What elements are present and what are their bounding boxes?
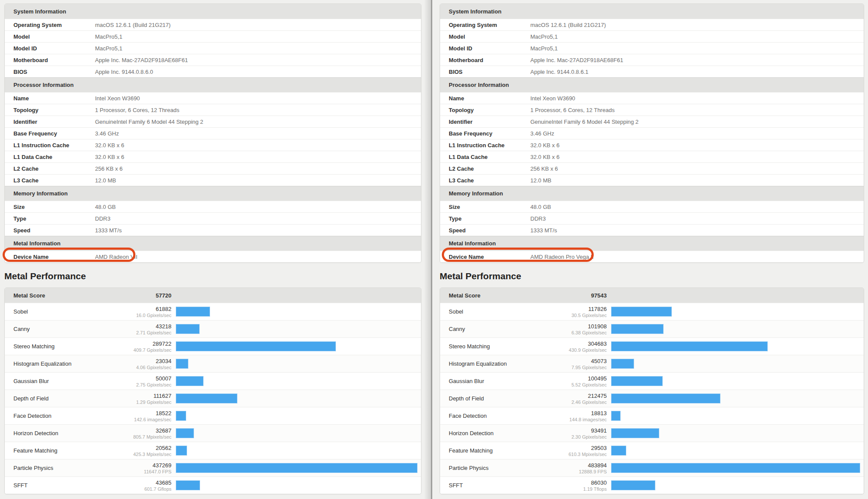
benchmark-rate: 2.46 Gpixels/sec — [440, 400, 607, 405]
info-row-value: 3.46 GHz — [530, 130, 554, 137]
benchmark-row: Gaussian Blur500072.75 Gpixels/sec — [5, 372, 421, 390]
benchmark-score-bar — [611, 324, 664, 334]
metal-score-value: 57720 — [5, 292, 171, 299]
info-row-value: GenuineIntel Family 6 Model 44 Stepping … — [530, 119, 638, 125]
metal-score-value: 97543 — [440, 292, 607, 299]
info-row-label: Size — [440, 204, 530, 210]
info-row-label: BIOS — [440, 69, 530, 75]
section-header: Metal Information — [440, 236, 864, 251]
section-header: Metal Information — [5, 236, 421, 251]
benchmark-row: Feature Matching29503610.3 Mpixels/sec — [440, 442, 864, 459]
benchmark-score: 437269 — [5, 462, 171, 469]
info-row-value: MacPro5,1 — [530, 33, 558, 40]
benchmark-score-bar — [611, 341, 768, 351]
benchmark-rate: 142.6 images/sec — [5, 417, 171, 422]
info-row: BIOSApple Inc. 9144.0.8.6.1 — [440, 66, 864, 77]
info-row-value: 256 KB x 6 — [95, 165, 123, 172]
metal-performance-title: Metal Performance — [4, 271, 86, 281]
benchmark-score: 117826 — [440, 306, 607, 312]
info-row-label: Speed — [5, 227, 95, 234]
benchmark-score: 93491 — [440, 427, 607, 434]
benchmark-result-panel-right: System InformationOperating SystemmacOS … — [432, 0, 868, 499]
info-row: L1 Data Cache32.0 KB x 6 — [440, 151, 864, 162]
benchmark-row: Depth of Field2124752.46 Gpixels/sec — [440, 390, 864, 407]
info-row: Model IDMacPro5,1 — [5, 42, 421, 54]
info-row: L3 Cache12.0 MB — [440, 174, 864, 186]
benchmark-row: Horizon Detection934912.30 Gpixels/sec — [440, 424, 864, 442]
benchmark-row: Sobel6188216.0 Gpixels/sec — [5, 303, 421, 320]
info-row-value: Intel Xeon W3690 — [95, 95, 140, 102]
benchmark-rate: 805.7 Mpixels/sec — [5, 434, 171, 440]
benchmark-row: Face Detection18522142.6 images/sec — [5, 407, 421, 424]
info-row: L2 Cache256 KB x 6 — [5, 162, 421, 174]
info-row-label: Device Name — [440, 254, 530, 260]
benchmark-score: 101908 — [440, 323, 607, 330]
info-row-label: L2 Cache — [5, 165, 95, 172]
benchmark-score-bar — [611, 393, 720, 403]
info-row-value: 1333 MT/s — [95, 227, 122, 234]
info-row-label: L3 Cache — [5, 177, 95, 184]
benchmark-rate: 1.19 Tflops — [440, 486, 607, 492]
info-row-label: Model ID — [440, 45, 530, 52]
info-row: L2 Cache256 KB x 6 — [440, 162, 864, 174]
info-row-label: Motherboard — [5, 57, 95, 63]
benchmark-score: 29503 — [440, 445, 607, 451]
info-row: Size48.0 GB — [440, 201, 864, 212]
info-row-value: 32.0 KB x 6 — [530, 142, 559, 149]
section-header: System Information — [5, 4, 421, 19]
info-row: Topology1 Processor, 6 Cores, 12 Threads — [5, 104, 421, 116]
benchmark-score: 20562 — [5, 445, 171, 451]
info-row-label: Operating System — [5, 22, 95, 28]
info-row: Model IDMacPro5,1 — [440, 42, 864, 54]
section-header: Processor Information — [5, 77, 421, 92]
benchmark-rate: 2.75 Gpixels/sec — [5, 382, 171, 387]
benchmark-score: 212475 — [440, 393, 607, 399]
info-row-value: AMD Radeon Pro Vega II — [530, 254, 594, 260]
benchmark-rate: 425.3 Mpixels/sec — [5, 452, 171, 457]
benchmark-score-bar — [611, 480, 655, 490]
info-row-label: Motherboard — [440, 57, 530, 63]
benchmark-rate: 6.38 Gpixels/sec — [440, 330, 607, 335]
benchmark-score-bar — [176, 446, 187, 456]
info-row: NameIntel Xeon W3690 — [440, 92, 864, 104]
info-row-label: L1 Data Cache — [440, 154, 530, 160]
info-row-label: Type — [440, 215, 530, 222]
info-row-value: 3.46 GHz — [95, 130, 119, 137]
benchmark-score-bar — [176, 341, 336, 351]
benchmark-score: 18813 — [440, 410, 607, 416]
info-row-label: Name — [5, 95, 95, 102]
benchmark-score-bar — [176, 324, 200, 334]
benchmark-rate: 5.52 Gpixels/sec — [440, 382, 607, 387]
benchmark-score: 304683 — [440, 340, 607, 347]
info-row-value: 1 Processor, 6 Cores, 12 Threads — [530, 107, 615, 113]
info-row: MotherboardApple Inc. Mac-27AD2F918AE68F… — [440, 54, 864, 66]
info-row-value: 32.0 KB x 6 — [95, 142, 124, 149]
info-row-value: 48.0 GB — [530, 204, 551, 210]
system-info-card: System InformationOperating SystemmacOS … — [4, 3, 421, 263]
benchmark-row: Histogram Equalization230344.06 Gpixels/… — [5, 355, 421, 372]
benchmark-score-bar — [611, 411, 621, 421]
info-row-value: Intel Xeon W3690 — [530, 95, 575, 102]
benchmark-rate: 4.06 Gpixels/sec — [5, 365, 171, 370]
info-row: IdentifierGenuineIntel Family 6 Model 44… — [5, 116, 421, 127]
info-row: BIOSApple Inc. 9144.0.8.6.0 — [5, 66, 421, 77]
info-row: Speed1333 MT/s — [440, 224, 864, 236]
system-info-card: System InformationOperating SystemmacOS … — [440, 3, 864, 263]
info-row-value: Apple Inc. 9144.0.8.6.1 — [530, 69, 589, 75]
metal-performance-card: Metal Score 97543 Sobel11782630.5 Gpixel… — [440, 288, 864, 494]
info-row-value: macOS 12.6.1 (Build 21G217) — [95, 22, 171, 28]
info-row-label: Topology — [5, 107, 95, 113]
info-row-value: MacPro5,1 — [95, 45, 122, 52]
info-row: MotherboardApple Inc. Mac-27AD2F918AE68F… — [5, 54, 421, 66]
benchmark-rate: 2.30 Gpixels/sec — [440, 434, 607, 440]
benchmark-rate: 16.0 Gpixels/sec — [5, 313, 171, 318]
info-row-label: Topology — [440, 107, 530, 113]
benchmark-score-bar — [611, 463, 860, 473]
info-row: Device NameAMD Radeon Pro Vega II — [440, 251, 864, 262]
benchmark-score: 111627 — [5, 393, 171, 399]
metal-performance-card: Metal Score 57720 Sobel6188216.0 Gpixels… — [4, 288, 421, 494]
info-row-label: L2 Cache — [440, 165, 530, 172]
info-row-value: DDR3 — [95, 215, 110, 222]
info-row-label: Identifier — [5, 119, 95, 125]
benchmark-row: Canny1019086.38 Gpixels/sec — [440, 320, 864, 337]
